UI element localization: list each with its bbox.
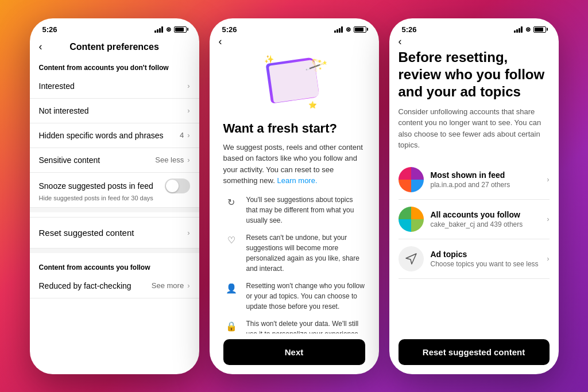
review-item-all-accounts[interactable]: All accounts you follow cake_baker_cj an… [399, 200, 550, 239]
time-2: 5:26 [222, 25, 237, 34]
chevron-icon-reset: › [187, 228, 189, 237]
menu-item-not-interested[interactable]: Not interested › [30, 99, 199, 123]
screen-content-3: Before resetting, review who you follow … [389, 49, 559, 374]
bullet-text-2: Resetting won't change who you follow or… [246, 281, 365, 312]
all-accounts-info: All accounts you follow cake_baker_cj an… [431, 210, 540, 228]
signal-icon-2 [334, 26, 343, 33]
review-item-ad-topics[interactable]: Ad topics Choose topics you want to see … [399, 239, 550, 279]
menu-item-sensitive[interactable]: Sensitive content See less › [30, 148, 199, 173]
menu-item-snooze[interactable]: Snooze suggested posts in feed Hide sugg… [30, 173, 199, 208]
snooze-label: Snooze suggested posts in feed [39, 181, 153, 191]
snooze-top: Snooze suggested posts in feed [39, 178, 190, 193]
review-item-most-shown[interactable]: Most shown in feed pla.in.a.pod and 27 o… [399, 160, 550, 200]
ad-topics-title: Ad topics [431, 250, 540, 259]
phone3: 5:26 ⊛ ‹ Before resetting, review who yo… [389, 18, 559, 374]
bullet-item-3: 🔒 This won't delete your data. We'll sti… [223, 319, 365, 333]
chevron-icon-sensitive: › [187, 156, 189, 164]
status-icons-1: ⊛ [154, 26, 187, 33]
status-icons-2: ⊛ [334, 26, 366, 33]
status-icons-3: ⊛ [514, 26, 546, 33]
screen-content-2: 🪄 ✨ ⭐ Want a fresh start? We suggest pos… [210, 49, 379, 374]
next-button[interactable]: Next [223, 339, 365, 365]
bullet-text-1: Resets can't be undone, but your suggest… [246, 232, 365, 274]
bullet-text-3: This won't delete your data. We'll still… [246, 319, 365, 333]
page-title-1: Content preferences [69, 42, 159, 52]
divider-1 [30, 208, 199, 212]
status-bar-2: 5:26 ⊛ [210, 18, 379, 37]
hidden-words-badge: 4 [180, 131, 184, 139]
menu-item-interested[interactable]: Interested › [30, 74, 199, 99]
back-button-2[interactable]: ‹ [219, 36, 222, 48]
menu-item-fact-checking-label: Reduced by fact-checking [39, 281, 131, 290]
time-1: 5:26 [42, 25, 57, 34]
most-shown-sub: pla.in.a.pod and 27 others [431, 181, 540, 189]
fact-checking-right: See more › [152, 281, 190, 290]
signal-icon-1 [154, 26, 163, 33]
time-3: 5:26 [402, 25, 417, 34]
bullet-text-0: You'll see suggestions about topics that… [246, 195, 365, 226]
all-accounts-sub: cake_baker_cj and 439 others [431, 220, 540, 228]
bullet-list: ↻ You'll see suggestions about topics th… [223, 195, 365, 333]
battery-icon-2 [354, 26, 366, 33]
most-shown-info: Most shown in feed pla.in.a.pod and 27 o… [431, 170, 540, 189]
chevron-icon-fact: › [187, 281, 189, 290]
chevron-most-shown: › [547, 175, 549, 184]
chevron-all-accounts: › [547, 215, 549, 223]
battery-icon-3 [533, 26, 546, 33]
most-shown-avatar [399, 167, 424, 192]
review-items-list: Most shown in feed pla.in.a.pod and 27 o… [399, 160, 550, 332]
wifi-icon-2: ⊛ [346, 26, 351, 33]
all-accounts-avatar [399, 207, 424, 232]
bullet-item-0: ↻ You'll see suggestions about topics th… [223, 195, 365, 226]
section-not-follow-label: Content from accounts you don't follow [30, 59, 199, 74]
nav-header-2: ‹ [210, 37, 379, 49]
back-button-3[interactable]: ‹ [399, 36, 402, 48]
wifi-icon-1: ⊛ [166, 26, 171, 33]
before-reset-title: Before resetting, review who you follow … [399, 49, 550, 100]
menu-item-not-interested-label: Not interested [39, 106, 89, 115]
phone1: 5:26 ⊛ ‹ Content preferences Content fro… [30, 18, 199, 374]
lock-icon: 🔒 [223, 319, 239, 333]
status-bar-1: 5:26 ⊛ [30, 18, 199, 37]
ad-topics-sub: Choose topics you want to see less [431, 260, 540, 268]
fresh-start-title: Want a fresh start? [223, 121, 365, 136]
before-reset-desc: Consider unfollowing accounts that share… [399, 106, 550, 151]
chevron-icon-not-interested: › [187, 106, 189, 115]
fresh-start-intro: We suggest posts, reels and other conten… [223, 142, 365, 187]
wifi-icon-3: ⊛ [525, 26, 531, 33]
menu-item-hidden-words-label: Hidden specific words and phrases [39, 131, 164, 140]
person-icon: 👤 [223, 281, 239, 297]
chevron-ad-topics: › [547, 254, 549, 263]
battery-icon-1 [174, 26, 187, 33]
reset-label: Reset suggested content [39, 228, 134, 238]
ad-topics-info: Ad topics Choose topics you want to see … [431, 250, 540, 268]
signal-icon-3 [514, 26, 523, 33]
hidden-words-right: 4 › [180, 131, 190, 139]
divider-2 [30, 249, 199, 253]
bullet-item-1: ♡ Resets can't be undone, but your sugge… [223, 232, 365, 274]
fresh-start-illustration: 🪄 ✨ ⭐ [260, 55, 328, 112]
nav-header-3: ‹ [389, 37, 559, 49]
learn-more-link[interactable]: Learn more. [277, 176, 317, 185]
back-button-1[interactable]: ‹ [39, 41, 42, 53]
toggle-knob [166, 180, 179, 192]
status-bar-3: 5:26 ⊛ [389, 18, 559, 37]
nav-header-1: ‹ Content preferences [30, 37, 199, 59]
snooze-toggle[interactable] [165, 178, 190, 193]
section-follow-label: Content from accounts you follow [30, 258, 199, 274]
fact-checking-badge: See more [152, 281, 184, 290]
reset-row[interactable]: Reset suggested content › [30, 217, 199, 249]
chevron-icon-interested: › [187, 81, 189, 90]
chevron-icon-hidden-words: › [187, 131, 189, 139]
most-shown-title: Most shown in feed [431, 170, 540, 180]
bullet-item-2: 👤 Resetting won't change who you follow … [223, 281, 365, 312]
refresh-icon: ↻ [223, 195, 239, 211]
heart-icon: ♡ [223, 232, 239, 249]
menu-item-hidden-words[interactable]: Hidden specific words and phrases 4 › [30, 123, 199, 148]
reset-button[interactable]: Reset suggested content [399, 339, 550, 365]
menu-item-fact-checking[interactable]: Reduced by fact-checking See more › [30, 274, 199, 298]
sensitive-badge: See less [155, 156, 184, 164]
sensitive-right: See less › [155, 156, 189, 164]
screen-content-1: ‹ Content preferences Content from accou… [30, 37, 199, 298]
menu-item-sensitive-label: Sensitive content [39, 156, 100, 165]
